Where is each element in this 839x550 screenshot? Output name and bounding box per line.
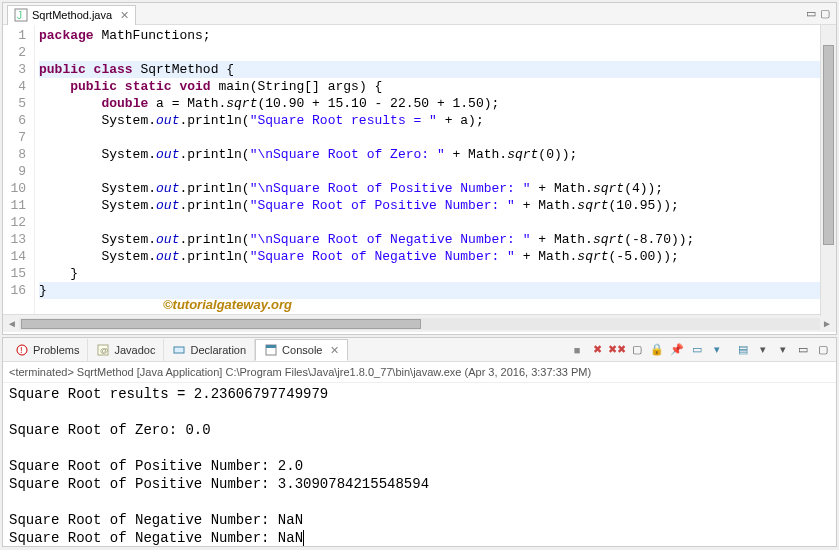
console-toolbar: ■ ✖ ✖✖ ▢ 🔒 📌 ▭ ▾ ▤ ▾ ▾ ▭ ▢	[568, 341, 832, 359]
tab-problems[interactable]: ! Problems	[7, 339, 88, 361]
svg-text:!: !	[20, 345, 23, 355]
editor-tab-bar: J SqrtMethod.java ✕ ▭ ▢	[3, 3, 836, 25]
tab-console-label: Console	[282, 344, 322, 356]
maximize-icon[interactable]: ▢	[820, 7, 830, 20]
code-line[interactable]	[39, 44, 832, 61]
remove-launch-icon[interactable]: ✖	[588, 341, 606, 359]
code-line[interactable]	[39, 163, 832, 180]
line-gutter: 12345678910111213141516	[3, 25, 35, 314]
close-icon[interactable]: ✕	[120, 9, 129, 22]
remove-all-icon[interactable]: ✖✖	[608, 341, 626, 359]
horizontal-scroll-track[interactable]	[19, 318, 820, 330]
clear-icon[interactable]: ▢	[628, 341, 646, 359]
console-output[interactable]: Square Root results = 2.23606797749979 S…	[3, 383, 836, 549]
svg-rect-8	[266, 345, 276, 348]
display-icon[interactable]: ▭	[688, 341, 706, 359]
code-line[interactable]: public static void main(String[] args) {	[39, 78, 832, 95]
pin-icon[interactable]: 📌	[668, 341, 686, 359]
tab-declaration-label: Declaration	[190, 344, 246, 356]
javadoc-icon: @	[96, 343, 110, 357]
new-console-icon[interactable]: ▾	[774, 341, 792, 359]
bottom-pane: ! Problems @ Javadoc Declaration Console…	[2, 337, 837, 547]
minimize-icon[interactable]: ▭	[806, 7, 816, 20]
horizontal-scroll-thumb[interactable]	[21, 319, 421, 329]
terminate-icon[interactable]: ■	[568, 341, 586, 359]
problems-icon: !	[15, 343, 29, 357]
console-dropdown-icon[interactable]: ▾	[754, 341, 772, 359]
code-line[interactable]: System.out.println("Square Root of Negat…	[39, 248, 832, 265]
code-line[interactable]: System.out.println("Square Root of Posit…	[39, 197, 832, 214]
tab-javadoc-label: Javadoc	[114, 344, 155, 356]
vertical-scrollbar[interactable]	[820, 25, 836, 316]
horizontal-scrollbar[interactable]: ◄ ►	[3, 314, 836, 332]
scroll-left-icon[interactable]: ◄	[7, 318, 17, 329]
maximize-icon[interactable]: ▢	[814, 341, 832, 359]
java-file-icon: J	[14, 8, 28, 22]
editor-pane: J SqrtMethod.java ✕ ▭ ▢ 1234567891011121…	[2, 2, 837, 335]
editor-tab[interactable]: J SqrtMethod.java ✕	[7, 5, 136, 25]
vertical-scroll-thumb[interactable]	[823, 45, 834, 245]
tab-javadoc[interactable]: @ Javadoc	[88, 339, 164, 361]
svg-rect-6	[174, 347, 184, 353]
editor-tab-label: SqrtMethod.java	[32, 9, 112, 21]
minimize-icon[interactable]: ▭	[794, 341, 812, 359]
open-console-icon[interactable]: ▤	[734, 341, 752, 359]
code-line[interactable]	[39, 129, 832, 146]
svg-text:J: J	[17, 10, 22, 21]
close-icon[interactable]: ✕	[330, 344, 339, 357]
code-line[interactable]: double a = Math.sqrt(10.90 + 15.10 - 22.…	[39, 95, 832, 112]
tab-problems-label: Problems	[33, 344, 79, 356]
watermark: ©tutorialgateway.org	[163, 297, 292, 312]
code-line[interactable]: }	[39, 265, 832, 282]
code-line[interactable]: System.out.println("\nSquare Root of Zer…	[39, 146, 832, 163]
declaration-icon	[172, 343, 186, 357]
code-content[interactable]: package MathFunctions; public class Sqrt…	[35, 25, 836, 314]
svg-text:@: @	[100, 346, 108, 355]
code-line[interactable]	[39, 214, 832, 231]
scroll-right-icon[interactable]: ►	[822, 318, 832, 329]
tab-declaration[interactable]: Declaration	[164, 339, 255, 361]
code-line[interactable]: System.out.println("\nSquare Root of Pos…	[39, 180, 832, 197]
scroll-lock-icon[interactable]: 🔒	[648, 341, 666, 359]
console-icon	[264, 343, 278, 357]
bottom-tab-bar: ! Problems @ Javadoc Declaration Console…	[3, 338, 836, 362]
code-line[interactable]: }	[39, 282, 832, 299]
code-line[interactable]: public class SqrtMethod {	[39, 61, 832, 78]
code-line[interactable]: package MathFunctions;	[39, 27, 832, 44]
code-area[interactable]: 12345678910111213141516 package MathFunc…	[3, 25, 836, 314]
display-dropdown-icon[interactable]: ▾	[708, 341, 726, 359]
tab-console[interactable]: Console ✕	[255, 339, 348, 361]
terminated-status: <terminated> SqrtMethod [Java Applicatio…	[3, 362, 836, 383]
code-line[interactable]: System.out.println("\nSquare Root of Neg…	[39, 231, 832, 248]
code-line[interactable]: System.out.println("Square Root results …	[39, 112, 832, 129]
